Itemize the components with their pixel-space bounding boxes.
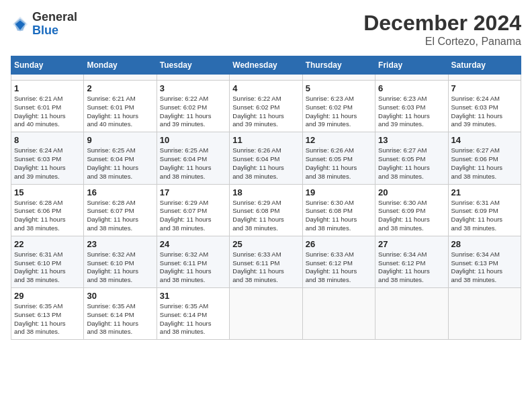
day-number: 10	[160, 135, 226, 145]
location: El Cortezo, Panama	[363, 36, 521, 48]
month-title: December 2024	[363, 11, 521, 36]
calendar-cell: 15Sunrise: 6:28 AM Sunset: 6:06 PM Dayli…	[11, 184, 84, 236]
calendar-cell: 13Sunrise: 6:27 AM Sunset: 6:05 PM Dayli…	[375, 132, 448, 184]
col-tuesday: Tuesday	[157, 56, 229, 75]
day-info: Sunrise: 6:30 AM Sunset: 6:09 PM Dayligh…	[378, 199, 445, 233]
day-info: Sunrise: 6:33 AM Sunset: 6:12 PM Dayligh…	[306, 250, 372, 285]
calendar-cell	[302, 75, 375, 81]
logo-blue-text: Blue	[32, 24, 77, 38]
calendar-cell: 8Sunrise: 6:24 AM Sunset: 6:03 PM Daylig…	[11, 132, 84, 184]
logo-general-text: General	[32, 11, 77, 24]
day-number: 9	[87, 135, 153, 145]
col-wednesday: Wednesday	[230, 56, 302, 75]
day-number: 3	[160, 83, 226, 93]
day-number: 27	[378, 239, 445, 249]
calendar-week-2: 8Sunrise: 6:24 AM Sunset: 6:03 PM Daylig…	[11, 132, 521, 184]
day-info: Sunrise: 6:35 AM Sunset: 6:13 PM Dayligh…	[14, 302, 81, 336]
page-header: General Blue December 2024 El Cortezo, P…	[11, 11, 521, 48]
calendar-cell	[375, 75, 448, 81]
day-info: Sunrise: 6:27 AM Sunset: 6:06 PM Dayligh…	[451, 146, 518, 181]
calendar-cell	[448, 288, 521, 340]
day-number: 6	[378, 83, 445, 93]
day-number: 8	[14, 135, 81, 145]
day-number: 16	[87, 187, 153, 197]
calendar-cell: 14Sunrise: 6:27 AM Sunset: 6:06 PM Dayli…	[448, 132, 521, 184]
calendar-cell: 30Sunrise: 6:35 AM Sunset: 6:14 PM Dayli…	[84, 288, 157, 340]
calendar-week-5: 29Sunrise: 6:35 AM Sunset: 6:13 PM Dayli…	[11, 288, 521, 340]
calendar-week-0	[11, 75, 521, 81]
day-number: 4	[232, 83, 299, 93]
calendar-cell: 27Sunrise: 6:34 AM Sunset: 6:12 PM Dayli…	[375, 236, 448, 287]
day-info: Sunrise: 6:27 AM Sunset: 6:05 PM Dayligh…	[378, 146, 445, 181]
calendar-cell	[157, 75, 229, 81]
calendar-body: 1Sunrise: 6:21 AM Sunset: 6:01 PM Daylig…	[11, 75, 521, 340]
calendar-cell: 19Sunrise: 6:30 AM Sunset: 6:08 PM Dayli…	[302, 184, 375, 236]
day-number: 1	[14, 83, 81, 93]
day-number: 15	[14, 187, 81, 197]
day-info: Sunrise: 6:28 AM Sunset: 6:07 PM Dayligh…	[87, 199, 153, 233]
day-info: Sunrise: 6:28 AM Sunset: 6:06 PM Dayligh…	[14, 199, 81, 233]
calendar-cell: 28Sunrise: 6:34 AM Sunset: 6:13 PM Dayli…	[448, 236, 521, 287]
day-info: Sunrise: 6:35 AM Sunset: 6:14 PM Dayligh…	[160, 302, 226, 336]
col-monday: Monday	[84, 56, 157, 75]
calendar-cell: 25Sunrise: 6:33 AM Sunset: 6:11 PM Dayli…	[230, 236, 302, 287]
day-info: Sunrise: 6:22 AM Sunset: 6:02 PM Dayligh…	[232, 95, 299, 129]
day-number: 14	[451, 135, 518, 145]
calendar-header: Sunday Monday Tuesday Wednesday Thursday…	[11, 56, 521, 75]
day-number: 26	[306, 239, 372, 249]
day-number: 11	[232, 135, 299, 145]
calendar-cell: 26Sunrise: 6:33 AM Sunset: 6:12 PM Dayli…	[302, 236, 375, 287]
day-number: 18	[232, 187, 299, 197]
day-number: 13	[378, 135, 445, 145]
calendar-cell	[230, 75, 302, 81]
calendar-cell: 20Sunrise: 6:30 AM Sunset: 6:09 PM Dayli…	[375, 184, 448, 236]
day-info: Sunrise: 6:32 AM Sunset: 6:10 PM Dayligh…	[87, 250, 153, 285]
calendar-cell: 4Sunrise: 6:22 AM Sunset: 6:02 PM Daylig…	[230, 81, 302, 132]
day-number: 31	[160, 291, 226, 301]
calendar-cell: 21Sunrise: 6:31 AM Sunset: 6:09 PM Dayli…	[448, 184, 521, 236]
calendar-cell: 7Sunrise: 6:24 AM Sunset: 6:03 PM Daylig…	[448, 81, 521, 132]
day-info: Sunrise: 6:29 AM Sunset: 6:07 PM Dayligh…	[160, 199, 226, 233]
calendar-week-3: 15Sunrise: 6:28 AM Sunset: 6:06 PM Dayli…	[11, 184, 521, 236]
calendar-cell: 23Sunrise: 6:32 AM Sunset: 6:10 PM Dayli…	[84, 236, 157, 287]
day-number: 7	[451, 83, 518, 93]
day-number: 2	[87, 83, 153, 93]
day-info: Sunrise: 6:31 AM Sunset: 6:10 PM Dayligh…	[14, 250, 81, 285]
col-friday: Friday	[375, 56, 448, 75]
calendar-cell: 22Sunrise: 6:31 AM Sunset: 6:10 PM Dayli…	[11, 236, 84, 287]
day-info: Sunrise: 6:26 AM Sunset: 6:05 PM Dayligh…	[306, 146, 372, 181]
day-number: 12	[306, 135, 372, 145]
day-info: Sunrise: 6:24 AM Sunset: 6:03 PM Dayligh…	[14, 146, 81, 181]
calendar-week-4: 22Sunrise: 6:31 AM Sunset: 6:10 PM Dayli…	[11, 236, 521, 287]
day-info: Sunrise: 6:23 AM Sunset: 6:03 PM Dayligh…	[378, 95, 445, 129]
col-sunday: Sunday	[11, 56, 84, 75]
day-number: 30	[87, 291, 153, 301]
day-number: 19	[306, 187, 372, 197]
calendar-cell: 31Sunrise: 6:35 AM Sunset: 6:14 PM Dayli…	[157, 288, 229, 340]
logo: General Blue	[11, 11, 77, 38]
calendar-cell: 2Sunrise: 6:21 AM Sunset: 6:01 PM Daylig…	[84, 81, 157, 132]
calendar-cell: 18Sunrise: 6:29 AM Sunset: 6:08 PM Dayli…	[230, 184, 302, 236]
day-number: 21	[451, 187, 518, 197]
calendar-cell: 5Sunrise: 6:23 AM Sunset: 6:02 PM Daylig…	[302, 81, 375, 132]
col-thursday: Thursday	[302, 56, 375, 75]
logo-icon	[11, 15, 30, 34]
logo-text: General Blue	[32, 11, 77, 38]
calendar-cell: 1Sunrise: 6:21 AM Sunset: 6:01 PM Daylig…	[11, 81, 84, 132]
calendar-cell: 24Sunrise: 6:32 AM Sunset: 6:11 PM Dayli…	[157, 236, 229, 287]
day-number: 24	[160, 239, 226, 249]
col-saturday: Saturday	[448, 56, 521, 75]
calendar-cell: 9Sunrise: 6:25 AM Sunset: 6:04 PM Daylig…	[84, 132, 157, 184]
day-info: Sunrise: 6:25 AM Sunset: 6:04 PM Dayligh…	[160, 146, 226, 181]
day-info: Sunrise: 6:33 AM Sunset: 6:11 PM Dayligh…	[232, 250, 299, 285]
calendar-cell: 16Sunrise: 6:28 AM Sunset: 6:07 PM Dayli…	[84, 184, 157, 236]
calendar-cell	[84, 75, 157, 81]
calendar-cell: 12Sunrise: 6:26 AM Sunset: 6:05 PM Dayli…	[302, 132, 375, 184]
day-number: 23	[87, 239, 153, 249]
day-info: Sunrise: 6:35 AM Sunset: 6:14 PM Dayligh…	[87, 302, 153, 336]
calendar-cell: 6Sunrise: 6:23 AM Sunset: 6:03 PM Daylig…	[375, 81, 448, 132]
calendar-cell: 10Sunrise: 6:25 AM Sunset: 6:04 PM Dayli…	[157, 132, 229, 184]
day-info: Sunrise: 6:21 AM Sunset: 6:01 PM Dayligh…	[87, 95, 153, 129]
calendar-cell	[302, 288, 375, 340]
calendar-cell: 17Sunrise: 6:29 AM Sunset: 6:07 PM Dayli…	[157, 184, 229, 236]
